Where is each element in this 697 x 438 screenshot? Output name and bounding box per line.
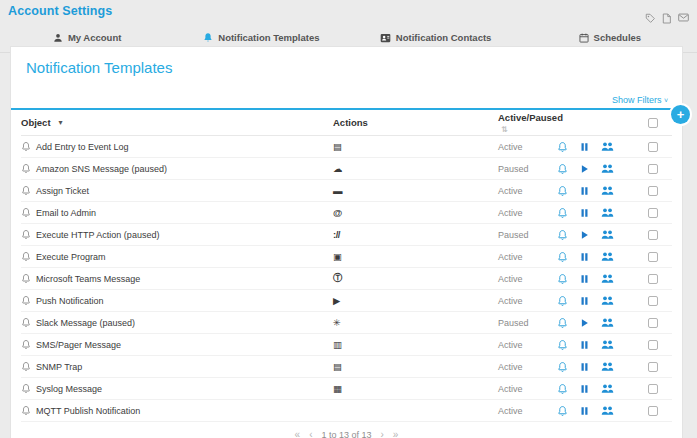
pause-icon[interactable] bbox=[580, 186, 589, 196]
used-by-icon[interactable] bbox=[601, 361, 614, 372]
test-notification-icon[interactable] bbox=[557, 273, 568, 285]
row-checkbox[interactable] bbox=[648, 208, 658, 218]
template-name-cell[interactable]: Execute Program bbox=[21, 251, 333, 262]
test-notification-icon[interactable] bbox=[557, 163, 568, 175]
used-by-icon[interactable] bbox=[601, 383, 614, 394]
column-header-active-paused[interactable]: Active/Paused ⇅ bbox=[498, 112, 553, 134]
bell-outline-icon bbox=[21, 273, 31, 284]
row-checkbox[interactable] bbox=[648, 340, 658, 350]
test-notification-icon[interactable] bbox=[557, 207, 568, 219]
test-notification-icon[interactable] bbox=[557, 383, 568, 395]
template-name: Syslog Message bbox=[36, 384, 102, 394]
test-notification-icon[interactable] bbox=[557, 251, 568, 263]
prev-page-button[interactable]: ‹ bbox=[309, 429, 312, 438]
template-name-cell[interactable]: Add Entry to Event Log bbox=[21, 141, 333, 152]
show-filters-link[interactable]: Show Filters ˅ bbox=[612, 95, 668, 108]
resume-icon[interactable] bbox=[580, 318, 589, 328]
used-by-icon[interactable] bbox=[601, 405, 614, 416]
template-name: Microsoft Teams Message bbox=[36, 274, 140, 284]
test-notification-icon[interactable] bbox=[557, 141, 568, 153]
action-icon-slack: ✳ bbox=[333, 317, 498, 328]
status-label: Active bbox=[498, 274, 553, 284]
used-by-icon[interactable] bbox=[601, 317, 614, 328]
template-name-cell[interactable]: Slack Message (paused) bbox=[21, 317, 333, 328]
template-name-cell[interactable]: SMS/Pager Message bbox=[21, 339, 333, 350]
panel-title: Notification Templates bbox=[11, 47, 682, 76]
used-by-icon[interactable] bbox=[601, 207, 614, 218]
bell-outline-icon bbox=[21, 229, 31, 240]
row-checkbox[interactable] bbox=[648, 318, 658, 328]
test-notification-icon[interactable] bbox=[557, 229, 568, 241]
used-by-icon[interactable] bbox=[601, 251, 614, 262]
row-checkbox[interactable] bbox=[648, 406, 658, 416]
used-by-icon[interactable] bbox=[601, 141, 614, 152]
used-by-icon[interactable] bbox=[601, 339, 614, 350]
resume-icon[interactable] bbox=[580, 164, 589, 174]
template-name-cell[interactable]: Push Notification bbox=[21, 295, 333, 306]
row-checkbox[interactable] bbox=[648, 230, 658, 240]
test-notification-icon[interactable] bbox=[557, 339, 568, 351]
used-by-icon[interactable] bbox=[601, 229, 614, 240]
pause-icon[interactable] bbox=[580, 208, 589, 218]
test-notification-icon[interactable] bbox=[557, 185, 568, 197]
used-by-icon[interactable] bbox=[601, 273, 614, 284]
header-action-icons bbox=[645, 13, 689, 24]
row-checkbox[interactable] bbox=[648, 296, 658, 306]
pause-icon[interactable] bbox=[580, 406, 589, 416]
template-name-cell[interactable]: SNMP Trap bbox=[21, 361, 333, 372]
table-row: Email to Admin @ Active bbox=[21, 202, 672, 224]
add-template-button[interactable]: + bbox=[671, 105, 690, 124]
action-icon-teams: Ⓣ bbox=[333, 272, 498, 285]
file-export-icon[interactable] bbox=[662, 13, 671, 24]
table-row: Execute HTTP Action (paused) :// Paused bbox=[21, 224, 672, 246]
test-notification-icon[interactable] bbox=[557, 317, 568, 329]
used-by-icon[interactable] bbox=[601, 295, 614, 306]
first-page-button[interactable]: « bbox=[295, 429, 301, 438]
chevron-down-icon: ˅ bbox=[664, 97, 668, 104]
status-label: Active bbox=[498, 384, 553, 394]
last-page-button[interactable]: » bbox=[393, 429, 399, 438]
resume-icon[interactable] bbox=[580, 230, 589, 240]
calendar-icon bbox=[579, 33, 589, 43]
test-notification-icon[interactable] bbox=[557, 361, 568, 373]
pause-icon[interactable] bbox=[580, 142, 589, 152]
template-name: Assign Ticket bbox=[36, 186, 89, 196]
row-checkbox[interactable] bbox=[648, 274, 658, 284]
pause-icon[interactable] bbox=[580, 252, 589, 262]
row-checkbox[interactable] bbox=[648, 142, 658, 152]
table-row: Execute Program ▣ Active bbox=[21, 246, 672, 268]
row-checkbox[interactable] bbox=[648, 186, 658, 196]
template-name-cell[interactable]: Email to Admin bbox=[21, 207, 333, 218]
template-name-cell[interactable]: Amazon SNS Message (paused) bbox=[21, 163, 333, 174]
pause-icon[interactable] bbox=[580, 296, 589, 306]
status-label: Active bbox=[498, 362, 553, 372]
template-name-cell[interactable]: Syslog Message bbox=[21, 383, 333, 394]
template-name-cell[interactable]: Execute HTTP Action (paused) bbox=[21, 229, 333, 240]
action-icon-aws-sns: ☁ bbox=[333, 163, 498, 174]
row-checkbox[interactable] bbox=[648, 384, 658, 394]
column-header-object[interactable]: Object ▾ bbox=[21, 117, 333, 128]
page-title: Account Settings bbox=[0, 0, 697, 18]
used-by-icon[interactable] bbox=[601, 163, 614, 174]
mail-icon[interactable] bbox=[678, 13, 689, 24]
status-label: Paused bbox=[498, 318, 553, 328]
select-all-checkbox[interactable] bbox=[648, 118, 658, 128]
used-by-icon[interactable] bbox=[601, 185, 614, 196]
test-notification-icon[interactable] bbox=[557, 295, 568, 307]
row-checkbox[interactable] bbox=[648, 252, 658, 262]
tag-icon[interactable] bbox=[645, 13, 655, 24]
status-label: Paused bbox=[498, 230, 553, 240]
template-name-cell[interactable]: MQTT Publish Notification bbox=[21, 405, 333, 416]
pause-icon[interactable] bbox=[580, 384, 589, 394]
template-name-cell[interactable]: Assign Ticket bbox=[21, 185, 333, 196]
template-name-cell[interactable]: Microsoft Teams Message bbox=[21, 273, 333, 284]
status-label: Active bbox=[498, 252, 553, 262]
pause-icon[interactable] bbox=[580, 340, 589, 350]
row-checkbox[interactable] bbox=[648, 362, 658, 372]
test-notification-icon[interactable] bbox=[557, 405, 568, 417]
template-name: SNMP Trap bbox=[36, 362, 82, 372]
pause-icon[interactable] bbox=[580, 362, 589, 372]
pause-icon[interactable] bbox=[580, 274, 589, 284]
row-checkbox[interactable] bbox=[648, 164, 658, 174]
next-page-button[interactable]: › bbox=[381, 429, 384, 438]
